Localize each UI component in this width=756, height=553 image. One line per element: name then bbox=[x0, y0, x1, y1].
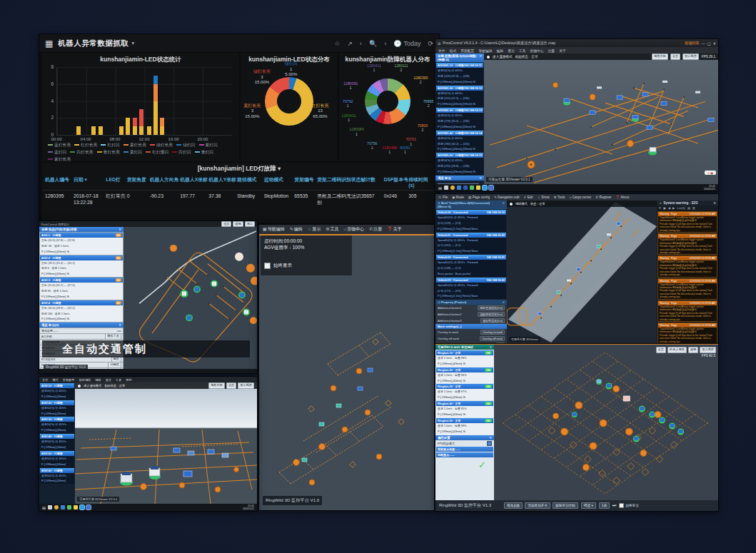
star-icon[interactable]: ☆ bbox=[334, 40, 340, 47]
legend-item[interactable]: 白灯闪 bbox=[172, 149, 191, 156]
menu-item[interactable]: ▦导航编辑 bbox=[263, 226, 285, 233]
time-back-icon[interactable]: ‹ bbox=[360, 40, 362, 47]
toolbar-button[interactable]: 货架模拟开关 bbox=[525, 502, 550, 509]
menu-item[interactable]: ⚙工具 bbox=[326, 226, 338, 233]
search-icon[interactable] bbox=[444, 186, 448, 190]
mode-label[interactable]: 编辑模式 bbox=[515, 202, 528, 206]
bar-plot[interactable] bbox=[56, 67, 232, 136]
warning-card[interactable]: Warning Page 12/1/2020 12:29:35 AM Targe… bbox=[657, 278, 717, 300]
close-icon[interactable]: ✕ bbox=[479, 176, 482, 180]
close-icon[interactable]: ✕ bbox=[119, 323, 121, 327]
menu-item[interactable]: 帮助 bbox=[126, 378, 131, 382]
menu-item[interactable]: ⌂ Cargo center bbox=[570, 196, 592, 199]
trigger-row[interactable]: A口开锁 模拟下发 bbox=[40, 334, 123, 339]
menu-item[interactable]: 编辑 bbox=[95, 378, 101, 382]
property-button[interactable]: Overlay to work bbox=[480, 330, 505, 335]
menu-item[interactable]: 模式 bbox=[52, 378, 58, 382]
column-header[interactable]: 路径模式 bbox=[237, 177, 263, 188]
menu-item[interactable]: ✐ Edit bbox=[524, 196, 533, 199]
toolbar-button[interactable]: 视角切换 bbox=[504, 502, 523, 509]
camera-button[interactable]: 机器人视角 bbox=[667, 347, 687, 353]
column-header[interactable]: 机器人X坐标 bbox=[180, 177, 208, 188]
robot-entry[interactable]: Ringbot-1# · 正常OK 速度 1.5m/s · 电量 98%P:[-… bbox=[436, 350, 493, 367]
close-icon[interactable]: ✕ bbox=[713, 201, 716, 205]
corridor-3d-view[interactable]: 编辑模式 状态：正常 可视化引擎 3DViewer bbox=[507, 201, 657, 344]
vehicle-entry[interactable]: AGV001-2# · 已连接192.168.16.12 速度50(%) @ 4… bbox=[436, 86, 483, 108]
menu-item[interactable]: 模式 bbox=[450, 49, 457, 53]
menu-item[interactable]: ✎ Navigation edit bbox=[494, 196, 520, 199]
app-active2-icon[interactable] bbox=[489, 186, 493, 190]
vehicle-entry[interactable]: Vehicle11 · Connected192.168.16.20 Speed… bbox=[436, 233, 506, 255]
legend-item[interactable]: 红灯长亮 bbox=[74, 142, 97, 148]
menu-item[interactable]: ◉ Mode bbox=[452, 196, 464, 199]
always-show-checkbox[interactable] bbox=[619, 503, 624, 508]
always-show-checkbox[interactable] bbox=[264, 263, 271, 269]
vehicle-entry[interactable]: AGV-1# · 已连接 速度50(%) @ 4DV/sP:[-599mm],[… bbox=[40, 383, 74, 400]
legend-item[interactable]: 黄灯长亮 bbox=[124, 142, 146, 148]
menu-item[interactable]: 文件 bbox=[438, 49, 445, 53]
warning-card[interactable]: Warning Page 12/1/2020 12:29:35 AM Targe… bbox=[657, 300, 717, 322]
close-icon[interactable]: ✕ bbox=[489, 345, 492, 349]
warning-tool-icon[interactable]: ▤ bbox=[687, 206, 690, 210]
robot-entry[interactable]: Ringbot-5# · 正常OK 速度 1.5m/s · 电量 99%P:[-… bbox=[436, 418, 493, 435]
close-icon[interactable]: ✕ bbox=[119, 228, 121, 231]
column-header[interactable]: 货架二维码识别状态 bbox=[317, 177, 361, 188]
vehicle-entry[interactable]: AGV-3# · 已连接 速度50(%) @ 4DV/sP:[-599mm],[… bbox=[40, 417, 74, 433]
column-header[interactable]: 持续时间(s) bbox=[408, 177, 433, 188]
legend-item[interactable]: 白灯长亮 bbox=[70, 149, 93, 156]
warning-tool-icon[interactable]: ▶ bbox=[672, 206, 675, 210]
warning-tool-icon[interactable]: ▥ bbox=[692, 206, 695, 210]
legend-item[interactable]: 绿灯长亮 bbox=[150, 142, 173, 148]
menu-item[interactable]: 导航编辑 bbox=[478, 49, 492, 53]
menu-item[interactable]: 显示 bbox=[106, 378, 111, 382]
folder-icon[interactable] bbox=[74, 505, 78, 509]
column-header[interactable]: 机器人Y坐标 bbox=[208, 177, 237, 188]
border-display-section[interactable]: 边框显示—— bbox=[436, 452, 493, 457]
legend-item[interactable]: 紫灯长亮 bbox=[48, 156, 71, 163]
close-icon[interactable]: ✕ bbox=[479, 54, 482, 61]
chrome-icon[interactable] bbox=[54, 505, 59, 509]
vehicle-entry[interactable]: AGV-1 · 已连接50 坐标 (20.5)·(37.8) ↔ (22.8)角… bbox=[40, 233, 123, 255]
column-header[interactable]: 运动模式 bbox=[264, 177, 295, 188]
property-button[interactable]: 随机生成货架(/cs) bbox=[478, 305, 505, 310]
viewport-button[interactable]: 退出程序 bbox=[682, 54, 699, 60]
menu-item[interactable]: ❓ About bbox=[616, 196, 630, 199]
viewport-button[interactable]: 全景 bbox=[226, 382, 236, 389]
column-header[interactable]: 货架角度 bbox=[127, 177, 150, 188]
camera-button[interactable]: 俯视 bbox=[688, 347, 698, 353]
menu-item[interactable]: 工具 bbox=[519, 49, 526, 53]
column-header[interactable]: 帧计数 bbox=[361, 177, 384, 188]
legend-item[interactable]: 红灯慢闪 bbox=[146, 149, 168, 156]
taskbar-clock[interactable]: 15:412020/12/1 bbox=[704, 185, 715, 191]
maximize-button[interactable]: ▢ bbox=[707, 41, 711, 46]
share-icon[interactable]: ↗ bbox=[347, 40, 353, 47]
warning-card[interactable]: Warning Page 12/1/2020 12:29:35 AM Targe… bbox=[657, 233, 717, 255]
warning-card[interactable]: Warning Page 12/1/2020 12:29:35 AM Targe… bbox=[657, 211, 717, 233]
robot-entry[interactable]: Ringbot-4# · 正常OK 速度 1.5m/s · 电量 95%P:[-… bbox=[436, 401, 493, 417]
trigger-row[interactable]: 通讯设置—— bbox=[40, 328, 123, 333]
column-header[interactable]: 机器人编号 bbox=[45, 177, 74, 188]
menu-item[interactable]: 文件 bbox=[42, 378, 48, 382]
vehicle-entry[interactable]: AGV-4 · 已连接50 坐标 (30.4)·(28.9) ↔ (32.2)角… bbox=[40, 300, 123, 323]
vehicle-entry[interactable]: AGV-3 · 已连接50 坐标 (25.6)·(31.2) ↔ (27.5)角… bbox=[40, 278, 123, 300]
explorer-icon[interactable] bbox=[61, 505, 65, 509]
close-icon[interactable]: ✕ bbox=[502, 201, 505, 208]
fps-sync-checkbox[interactable]: ✓ bbox=[487, 441, 492, 446]
confirm-check-icon[interactable]: ✓ bbox=[435, 457, 494, 470]
windows-start-icon[interactable]: ⊞ bbox=[438, 186, 442, 191]
explorer-icon[interactable] bbox=[457, 186, 461, 190]
camera-button[interactable]: 退出程序 bbox=[700, 347, 716, 353]
viewport-button[interactable]: 视角切换 bbox=[208, 382, 225, 389]
warning-tool-icon[interactable]: ∇ bbox=[659, 206, 661, 210]
column-header[interactable]: 日期 ▾ bbox=[74, 177, 106, 188]
property-button[interactable]: 初始化货架(/cs) bbox=[480, 318, 505, 323]
warning-card[interactable]: Warning Page 12/1/2020 12:29:35 AM Targe… bbox=[657, 323, 717, 344]
menu-item[interactable]: ☼显示 bbox=[308, 226, 321, 233]
warning-tool-icon[interactable]: ◀ bbox=[668, 206, 670, 210]
time-range-picker[interactable]: 🕑 Today bbox=[393, 40, 420, 47]
legend-item[interactable]: 黄灯闪 bbox=[124, 149, 142, 156]
vehicle-entry[interactable]: AGV-4# · 已连接 速度50(%) @ 4DV/sP:[-599mm],[… bbox=[40, 434, 74, 450]
robot-entry[interactable]: Ringbot-3# · 正常OK 速度 1.5m/s · 电量 97%P:[-… bbox=[436, 384, 493, 400]
legend-item[interactable]: 蓝灯长亮 bbox=[48, 142, 71, 148]
menu-item[interactable]: 页面配置 bbox=[63, 378, 75, 382]
